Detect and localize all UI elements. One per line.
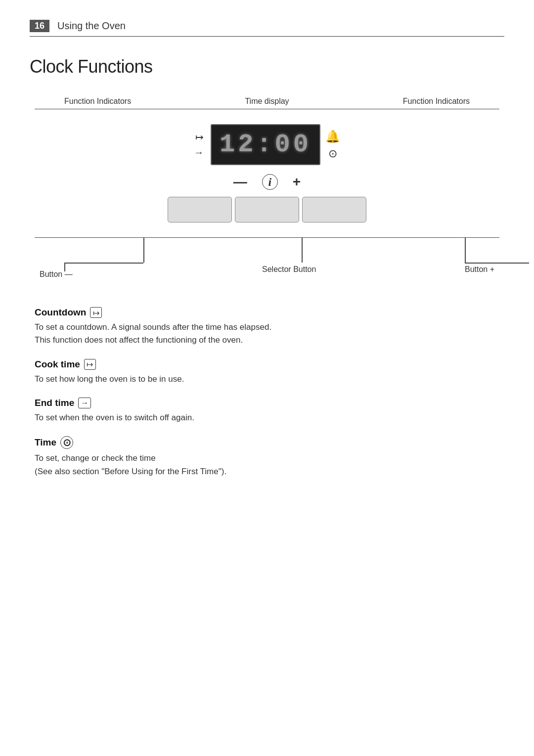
countdown-icon-box: ↦	[90, 307, 102, 318]
desc-end-time: End time → To set when the oven is to sw…	[35, 398, 499, 424]
oven-left-symbols: ↦ →	[194, 131, 206, 158]
cook-time-icon-box: ↦	[84, 359, 96, 370]
label-time-display: Time display	[245, 97, 289, 106]
vline-selector	[302, 238, 303, 263]
descriptions: Countdown ↦ To set a countdown. A signal…	[30, 307, 504, 478]
display-time: 12:00	[220, 130, 312, 159]
page-number: 16	[30, 20, 49, 32]
info-icon: i	[262, 174, 278, 190]
diagram: Function Indicators Time display Functio…	[35, 97, 499, 282]
countdown-icon: ↦	[195, 131, 204, 143]
desc-time-text: To set, change or check the time (See al…	[35, 452, 499, 478]
bottom-callouts: Button — Selector Button Button +	[35, 238, 499, 282]
oven-panel: ↦ → 12:00 🔔 ⊙	[194, 124, 340, 165]
page: 16 Using the Oven Clock Functions Functi…	[0, 0, 534, 756]
oven-control-row: — i +	[233, 174, 301, 190]
desc-time-title: Time ⊙	[35, 436, 499, 449]
oven-right-symbols: 🔔 ⊙	[325, 130, 340, 160]
desc-end-time-text: To set when the oven is to switch off ag…	[35, 411, 499, 424]
oven-display: 12:00	[211, 124, 320, 165]
oven-buttons	[168, 197, 366, 222]
label-button-plus: Button +	[465, 265, 494, 274]
header-title: Using the Oven	[57, 20, 126, 32]
desc-countdown-title: Countdown ↦	[35, 307, 499, 318]
vline-minus	[143, 238, 144, 263]
desc-countdown: Countdown ↦ To set a countdown. A signal…	[35, 307, 499, 347]
end-time-icon-box: →	[78, 398, 91, 408]
vline-plus	[465, 238, 466, 263]
desc-countdown-text: To set a countdown. A signal sounds afte…	[35, 321, 499, 347]
end-time-icon: →	[194, 147, 204, 158]
section-title: Clock Functions	[30, 56, 504, 77]
diagram-box: ↦ → 12:00 🔔 ⊙ — i +	[35, 109, 499, 238]
desc-cook-time-title: Cook time ↦	[35, 359, 499, 370]
button-selector[interactable]	[235, 197, 299, 222]
label-selector-button: Selector Button	[262, 265, 316, 274]
diagram-top-labels: Function Indicators Time display Functio…	[35, 97, 499, 106]
clock-icon: ⊙	[328, 147, 337, 160]
desc-cook-time: Cook time ↦ To set how long the oven is …	[35, 359, 499, 386]
desc-cook-time-text: To set how long the oven is to be in use…	[35, 373, 499, 386]
header: 16 Using the Oven	[30, 20, 504, 37]
label-function-indicators-left: Function Indicators	[64, 97, 131, 106]
minus-symbol: —	[233, 175, 247, 189]
button-minus[interactable]	[168, 197, 232, 222]
bell-icon: 🔔	[325, 130, 340, 143]
plus-symbol: +	[293, 175, 301, 189]
desc-time: Time ⊙ To set, change or check the time …	[35, 436, 499, 478]
desc-end-time-title: End time →	[35, 398, 499, 408]
time-icon-circle: ⊙	[60, 436, 73, 449]
button-plus[interactable]	[302, 197, 366, 222]
label-function-indicators-right: Function Indicators	[403, 97, 470, 106]
label-button-minus: Button —	[40, 270, 73, 279]
hline-minus	[64, 263, 143, 264]
hline-plus	[465, 263, 529, 264]
